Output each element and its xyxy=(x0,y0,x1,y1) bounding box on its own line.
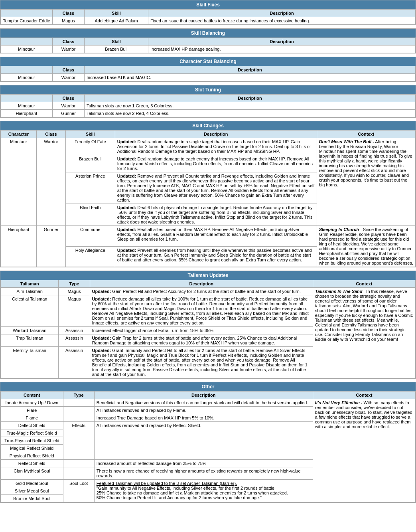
col-desc: Description xyxy=(148,38,416,45)
content-cell: True-Physical Reflect Shield xyxy=(1,437,63,445)
skill-cell: Blind Faith xyxy=(66,204,115,226)
table-row: Minotaur Warrior Brazen Bull Increased M… xyxy=(1,45,416,53)
col-character xyxy=(1,38,53,45)
col-desc: Description xyxy=(90,280,313,288)
col-talisman: Talisman xyxy=(1,280,59,288)
table-row: Innate Accuracy Up / Down Beneficial and… xyxy=(1,399,416,407)
desc-cell: Increased True Damage based on MAX HP fr… xyxy=(94,414,313,422)
character-cell: Hierophant xyxy=(1,110,53,117)
skill-cell: Adolebitque Ad Palum xyxy=(85,17,148,25)
content-cell: True-Magic Reflect Shield xyxy=(1,429,63,437)
col-context: Context xyxy=(317,131,415,138)
skill-cell: Brazen Bull xyxy=(85,45,148,53)
col-character xyxy=(1,95,53,102)
class-cell: Warrior xyxy=(36,138,65,226)
talisman-updates-section: Talisman Updates Talisman Type Descripti… xyxy=(0,271,416,379)
class-cell: Gunner xyxy=(36,226,65,267)
desc-cell: Updated: Deal 6 hits of physical damage … xyxy=(115,204,317,226)
desc-cell: Fixed an issue that caused battles to fr… xyxy=(148,17,416,25)
col-content: Content xyxy=(1,392,63,399)
col-desc: Description xyxy=(85,95,416,102)
col-character: Character xyxy=(1,131,37,138)
desc-cell: Talisman slots are now 1 Green, 5 Colorl… xyxy=(85,102,416,110)
skill-cell: Asterion Prince xyxy=(66,172,115,204)
skill-fixes-header: Skill Fixes xyxy=(0,0,416,9)
talisman-cell: Warlord Talisman xyxy=(1,327,59,334)
type-cell xyxy=(63,467,94,480)
type-cell: Magus xyxy=(59,295,90,327)
table-row: Aim Talisman Magus Updated: Gain Perfect… xyxy=(1,288,416,295)
char-stat-header: Character Stat Balancing xyxy=(0,57,416,66)
content-cell: Reflect Shield xyxy=(1,460,63,467)
content-cell: Magical Reflect Shield xyxy=(1,445,63,452)
col-desc: Description xyxy=(85,66,416,74)
col-desc: Description xyxy=(115,131,317,138)
type-cell xyxy=(63,399,94,407)
content-cell: Flame xyxy=(1,414,63,422)
talisman-cell: Aim Talisman xyxy=(1,288,59,295)
content-cell: Innate Accuracy Up / Down xyxy=(1,399,63,407)
type-cell: Effects xyxy=(63,422,94,460)
col-type: Type xyxy=(59,280,90,288)
character-cell: Minotaur xyxy=(1,45,53,53)
col-context: Context xyxy=(313,280,415,288)
type-cell xyxy=(63,460,94,467)
desc-cell: There is now a rare chance of receiving … xyxy=(94,467,313,480)
content-cell: Clan Mythical Soul xyxy=(1,467,63,480)
type-cell: Assassin xyxy=(59,327,90,334)
type-cell: Soul Loot xyxy=(63,480,94,502)
col-character xyxy=(1,66,53,74)
desc-cell: Talisman slots are now 2 Red, 4 Colorles… xyxy=(85,110,416,117)
class-cell: Gunner xyxy=(53,110,85,117)
col-type: Type xyxy=(63,392,94,399)
desc-cell: Updated: Deal random damage to each enem… xyxy=(115,155,317,172)
talisman-updates-header: Talisman Updates xyxy=(0,271,416,280)
skill-balancing-section: Skill Balancing Class Skill Description … xyxy=(0,28,416,53)
content-cell: Flare xyxy=(1,407,63,414)
desc-cell: Increased amount of reflected damage fro… xyxy=(94,460,313,467)
desc-cell: Beneficial and Negative versions of this… xyxy=(94,399,313,407)
col-character xyxy=(1,10,53,17)
skill-balancing-header: Skill Balancing xyxy=(0,29,416,38)
desc-cell: Updated: Remove and Prevent all Counters… xyxy=(115,172,317,204)
col-skill: Skill xyxy=(66,131,115,138)
class-cell: Warrior xyxy=(53,102,85,110)
type-cell xyxy=(63,414,94,422)
skill-fixes-section: Skill Fixes Class Skill Description Temp… xyxy=(0,0,416,25)
desc-cell: Updated: Prevent all enemies from healin… xyxy=(115,246,317,267)
skill-cell: Commune xyxy=(66,226,115,247)
other-section: Other Content Type Description Context I… xyxy=(0,382,416,503)
table-row: Minotaur Warrior Talisman slots are now … xyxy=(1,102,416,110)
desc-cell: Updated: Gain Trap for 2 turns at the st… xyxy=(90,334,313,347)
desc-cell: Updated: Deal random damage to a single … xyxy=(115,138,317,155)
slot-tuning-section: Slot Tuning Class Description Minotaur W… xyxy=(0,85,416,118)
talisman-cell: Trap Talisman xyxy=(1,334,59,347)
col-class: Class xyxy=(36,131,65,138)
table-row: Hierophant Gunner Commune Updated: Heal … xyxy=(1,226,416,247)
table-row: Minotaur Warrior Increased base ATK and … xyxy=(1,74,416,81)
character-cell: Minotaur xyxy=(1,138,37,226)
class-cell: Warrior xyxy=(53,45,85,53)
type-cell: Magus xyxy=(59,288,90,295)
desc-cell: Updated: Grant Immunity and Perfect Hit … xyxy=(90,347,313,378)
content-cell: Bronze Medal Soul xyxy=(1,495,63,502)
character-cell: Templar Crusader Eddie xyxy=(1,17,53,25)
character-cell: Minotaur xyxy=(1,74,53,81)
desc-cell: Updated: Heal all allies based on their … xyxy=(115,226,317,247)
col-skill: Skill xyxy=(85,38,148,45)
char-stat-section: Character Stat Balancing Class Descripti… xyxy=(0,57,416,82)
content-cell: Physical Reflect Shield xyxy=(1,452,63,460)
class-cell: Warrior xyxy=(53,74,85,81)
skill-changes-section: Skill Changes Character Class Skill Desc… xyxy=(0,121,416,267)
type-cell xyxy=(63,407,94,414)
table-row: Templar Crusader Eddie Magus Adolebitque… xyxy=(1,17,416,25)
desc-cell: Increased effect trigger chance of Extra… xyxy=(90,327,313,334)
context-cell: Sleeping In Church - Since the awakening… xyxy=(317,226,415,267)
content-cell: Silver Medal Soul xyxy=(1,487,63,495)
slot-tuning-header: Slot Tuning xyxy=(0,85,416,94)
col-context: Context xyxy=(313,392,415,399)
skill-cell: Ferocity Of Fate xyxy=(66,138,115,155)
type-cell: Assassin xyxy=(59,347,90,378)
context-cell: It's Not Very Effective - With so many e… xyxy=(313,399,415,502)
col-class: Class xyxy=(53,10,85,17)
